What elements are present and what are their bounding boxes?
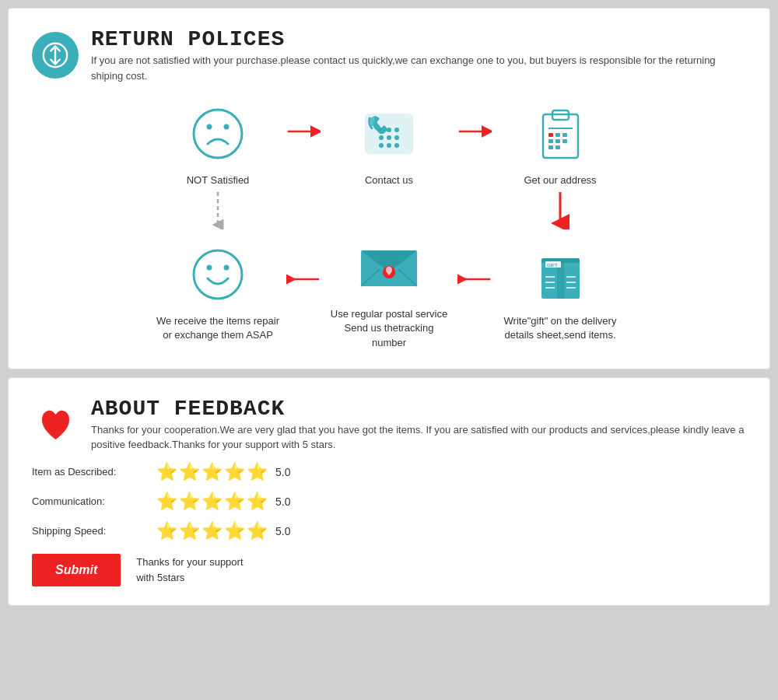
svg-point-2 (224, 124, 230, 130)
svg-rect-24 (548, 145, 553, 149)
ratings-container: Item as Described: ⭐ ⭐ ⭐ ⭐ ⭐ 5.0 Communi… (32, 462, 746, 541)
heart-icon (34, 403, 77, 446)
star-3: ⭐ (202, 492, 223, 512)
star-5: ⭐ (247, 492, 268, 512)
return-policies-title: RETURN POLICES (91, 27, 746, 51)
svg-rect-25 (555, 145, 560, 149)
rating-label-shipping: Shipping Speed: (32, 525, 156, 537)
rating-row-communication: Communication: ⭐ ⭐ ⭐ ⭐ ⭐ 5.0 (32, 492, 746, 512)
submit-button[interactable]: Submit (32, 554, 121, 586)
happy-face-icon-wrap (183, 240, 253, 310)
star-2: ⭐ (179, 492, 200, 512)
heart-icon-wrap (32, 401, 79, 448)
flow-label-not-satisfied: NOT Satisfied (187, 173, 250, 187)
arrow-right-1 (280, 122, 327, 164)
arrow-left-icon-2 (457, 270, 492, 289)
star-3: ⭐ (202, 462, 223, 482)
flow-item-contact-us: Contact us (327, 99, 451, 187)
phone-icon (358, 107, 420, 161)
svg-point-9 (387, 135, 391, 140)
gift-icon-wrap: GIFT (525, 240, 595, 310)
svg-point-6 (387, 128, 391, 132)
arrow-right-2 (451, 122, 498, 164)
star-3: ⭐ (202, 521, 223, 541)
feedback-title-block: ABOUT FEEDBACK Thanks for your cooperati… (91, 397, 746, 453)
flow-item-postal-service: Use regular postal serviceSend us thetra… (327, 233, 451, 350)
svg-rect-22 (555, 139, 560, 143)
return-policies-title-block: RETURN POLICES If you are not satisfied … (91, 27, 746, 83)
svg-point-11 (379, 143, 384, 148)
svg-rect-18 (548, 133, 553, 137)
dashed-down-arrow-wrap (156, 191, 280, 229)
star-5: ⭐ (247, 521, 268, 541)
svg-point-28 (194, 250, 242, 299)
flow-row-1: NOT Satisfied (40, 99, 738, 187)
clipboard-icon (539, 107, 582, 161)
svg-point-7 (394, 128, 399, 132)
return-policies-desc: If you are not satisfied with your purch… (91, 53, 746, 83)
stars-shipping: ⭐ ⭐ ⭐ ⭐ ⭐ (156, 521, 268, 541)
flow-item-receive-items: We receive the items repairor exchange t… (156, 240, 280, 342)
svg-point-29 (207, 265, 212, 271)
feedback-desc: Thanks for your cooperation.We are very … (91, 422, 746, 453)
sad-face-icon (191, 107, 245, 161)
feedback-header: ABOUT FEEDBACK Thanks for your cooperati… (32, 397, 746, 453)
solid-down-arrow-wrap (498, 191, 622, 229)
svg-rect-19 (555, 133, 560, 137)
rating-value-item-described: 5.0 (275, 466, 290, 478)
happy-face-icon (191, 247, 245, 302)
svg-rect-20 (562, 133, 567, 137)
svg-text:GIFT: GIFT (547, 263, 558, 268)
flow-label-write-gift: Write"gift" on the deliverydetails sheet… (504, 314, 617, 342)
arrow-right-icon-2 (457, 122, 492, 141)
star-4: ⭐ (224, 492, 245, 512)
return-icon-circle (32, 32, 79, 79)
rating-value-communication: 5.0 (275, 495, 290, 508)
arrow-left-2 (451, 270, 498, 312)
flow-label-get-address: Get our address (524, 173, 596, 187)
submit-row: Submit Thanks for your supportwith 5star… (32, 554, 746, 586)
feedback-card: ABOUT FEEDBACK Thanks for your cooperati… (8, 377, 770, 606)
arrow-left-icon-1 (286, 270, 321, 289)
svg-point-1 (207, 124, 212, 130)
svg-point-12 (387, 143, 391, 148)
svg-rect-23 (562, 139, 567, 143)
flow-container: NOT Satisfied (32, 99, 746, 350)
rating-value-shipping: 5.0 (275, 525, 290, 537)
svg-rect-15 (543, 114, 578, 158)
feedback-title: ABOUT FEEDBACK (91, 397, 746, 421)
flow-item-not-satisfied: NOT Satisfied (156, 99, 280, 187)
phone-icon-wrap (354, 99, 424, 169)
star-2: ⭐ (179, 521, 200, 541)
star-4: ⭐ (224, 521, 245, 541)
star-1: ⭐ (156, 492, 177, 512)
svg-point-8 (379, 135, 384, 140)
flow-item-get-address: Get our address (498, 99, 622, 187)
envelope-icon (358, 244, 420, 291)
star-1: ⭐ (156, 521, 177, 541)
sad-face-icon-wrap (183, 99, 253, 169)
return-icon (40, 40, 70, 70)
svg-point-13 (394, 143, 399, 148)
dashed-down-arrow-icon (206, 191, 230, 229)
return-policies-header: RETURN POLICES If you are not satisfied … (32, 27, 746, 83)
flow-label-contact-us: Contact us (365, 173, 413, 187)
svg-point-0 (194, 110, 242, 158)
rating-row-shipping: Shipping Speed: ⭐ ⭐ ⭐ ⭐ ⭐ 5.0 (32, 521, 746, 541)
envelope-icon-wrap (354, 233, 424, 303)
svg-point-30 (224, 265, 230, 271)
rating-label-item-described: Item as Described: (32, 466, 156, 478)
solid-down-arrow-icon (548, 191, 572, 229)
star-2: ⭐ (179, 462, 200, 482)
clipboard-icon-wrap (525, 99, 595, 169)
star-5: ⭐ (247, 462, 268, 482)
star-4: ⭐ (224, 462, 245, 482)
return-policies-card: RETURN POLICES If you are not satisfied … (8, 8, 770, 369)
star-1: ⭐ (156, 462, 177, 482)
stars-item-described: ⭐ ⭐ ⭐ ⭐ ⭐ (156, 462, 268, 482)
rating-row-item-described: Item as Described: ⭐ ⭐ ⭐ ⭐ ⭐ 5.0 (32, 462, 746, 482)
arrow-left-1 (280, 270, 327, 312)
flow-label-receive-items: We receive the items repairor exchange t… (156, 314, 279, 342)
arrow-right-icon-1 (286, 122, 321, 141)
svg-point-5 (379, 128, 384, 132)
